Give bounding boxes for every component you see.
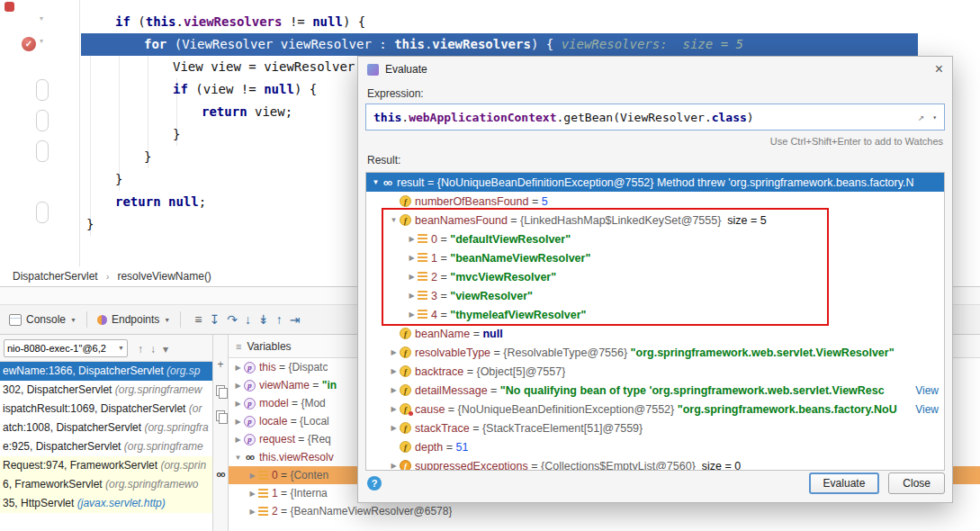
console-icon xyxy=(9,314,22,326)
frame-row[interactable]: 6, FrameworkServlet (org.springframewo xyxy=(0,475,212,494)
tab-endpoints[interactable]: Endpoints ▼ xyxy=(97,313,170,326)
result-tree-row[interactable]: fdepth = 51 xyxy=(366,437,944,456)
expand-editor-icon[interactable]: ↗ xyxy=(918,111,924,123)
watches-icon[interactable]: oo xyxy=(213,470,228,479)
frame-row[interactable]: Request:974, FrameworkServlet (org.sprin xyxy=(0,456,212,475)
chevron-right-icon[interactable]: ▶ xyxy=(232,436,244,444)
view-link[interactable]: View xyxy=(915,403,944,416)
dialog-footer: ? Evaluate Close xyxy=(367,472,945,495)
chevron-down-icon[interactable]: ▼ xyxy=(232,454,244,462)
add-watch-icon[interactable]: + xyxy=(213,358,228,371)
result-tree-row[interactable]: ▶fcause = {NoUniqueBeanDefinitionExcepti… xyxy=(366,400,944,418)
tab-console[interactable]: Console ▼ xyxy=(9,313,76,326)
fold-handle[interactable] xyxy=(36,110,49,131)
chevron-right-icon[interactable]: ▶ xyxy=(247,490,258,498)
evaluate-dialog-icon xyxy=(367,64,379,76)
result-label: Result: xyxy=(367,154,400,166)
step-into-icon[interactable]: ↓ xyxy=(245,312,251,327)
show-execution-point-icon[interactable]: ↧ xyxy=(209,312,220,327)
chevron-right-icon[interactable]: ▶ xyxy=(388,367,400,375)
chevron-down-icon[interactable]: ▾ xyxy=(932,113,937,122)
force-step-into-icon[interactable]: ↡ xyxy=(258,312,269,327)
result-tree-row[interactable]: ▶fsuppressedExceptions = {Collections$Em… xyxy=(366,456,944,471)
frame-row[interactable]: ispatchResult:1069, DispatcherServlet (o… xyxy=(0,400,212,418)
expression-input[interactable]: this.webApplicationContext.getBean(ViewR… xyxy=(365,104,945,130)
frame-row[interactable]: 35, HttpServlet (javax.servlet.http) xyxy=(0,494,212,513)
watch-icon: oo xyxy=(244,452,256,464)
chevron-down-icon[interactable]: ▼ xyxy=(370,178,382,186)
breadcrumb-separator-icon: › xyxy=(106,271,110,282)
chevron-right-icon[interactable]: ▶ xyxy=(388,348,400,356)
thread-dropdown[interactable]: nio-8080-exec-1"@6,2 ▼ xyxy=(4,339,128,357)
fold-handle[interactable] xyxy=(36,202,49,223)
frames-nav-icons: ↑↓▾ xyxy=(134,340,172,356)
toolbar-separator xyxy=(86,311,87,328)
chevron-right-icon[interactable]: ▶ xyxy=(232,418,244,426)
previous-frame-icon[interactable]: ↑ xyxy=(138,343,143,356)
breakpoint-icon[interactable]: ✓ xyxy=(22,37,36,51)
chevron-right-icon[interactable]: ▶ xyxy=(388,424,400,432)
fold-handle[interactable] xyxy=(36,140,49,162)
variables-side-toolbar: +oo xyxy=(213,335,229,531)
parameter-icon: p xyxy=(244,434,256,446)
close-icon[interactable]: × xyxy=(935,62,943,76)
exception-field-icon: f xyxy=(400,403,411,415)
filter-frames-icon[interactable]: ▾ xyxy=(163,343,168,356)
array-element-icon xyxy=(258,471,268,481)
fold-arrow-icon[interactable]: ▾ xyxy=(40,37,43,45)
chevron-right-icon[interactable]: ▶ xyxy=(388,386,400,394)
step-over-icon[interactable]: ↷ xyxy=(227,312,238,327)
chevron-right-icon[interactable]: ▶ xyxy=(232,364,244,372)
chevron-right-icon[interactable]: ▶ xyxy=(232,400,244,408)
help-icon[interactable]: ? xyxy=(367,476,382,490)
frames-list: ewName:1366, DispatcherServlet (org.sp30… xyxy=(0,362,212,513)
variables-title: Variables xyxy=(247,340,291,353)
field-icon: f xyxy=(400,346,411,358)
result-tree-row[interactable]: fbeanName = null xyxy=(366,324,944,343)
run-to-cursor-icon[interactable]: ⇥ xyxy=(290,312,301,327)
annotation-highlight-box xyxy=(382,208,829,326)
close-button[interactable]: Close xyxy=(888,472,945,494)
tab-endpoints-label: Endpoints xyxy=(112,313,159,326)
fold-arrow-icon[interactable]: ▾ xyxy=(40,14,43,22)
expression-value: this.webApplicationContext.getBean(ViewR… xyxy=(373,111,918,124)
chevron-right-icon[interactable]: ▶ xyxy=(247,508,258,516)
expression-label: Expression: xyxy=(367,87,424,100)
toolbar-separator xyxy=(180,311,181,328)
debug-step-buttons: ≡↧↷↓↡↑⇥ xyxy=(191,312,303,327)
fold-handle[interactable] xyxy=(36,79,49,101)
evaluate-button[interactable]: Evaluate xyxy=(809,472,880,494)
breadcrumb-item-method[interactable]: resolveViewName() xyxy=(117,270,211,283)
dialog-titlebar[interactable]: Evaluate × xyxy=(358,57,952,82)
result-tree-row[interactable]: ▶fresolvableType = {ResolvableType@7556}… xyxy=(366,343,944,362)
frame-row[interactable]: 302, DispatcherServlet (org.springframew xyxy=(0,381,212,400)
list-icon: ≡ xyxy=(236,341,241,352)
copy-icon[interactable] xyxy=(213,383,228,396)
thread-dropdown-value: nio-8080-exec-1"@6,2 xyxy=(7,343,106,354)
watch-icon: oo xyxy=(382,176,393,188)
layout-settings-icon[interactable]: ≡ xyxy=(194,312,202,327)
dialog-title: Evaluate xyxy=(385,63,427,76)
parameter-icon: p xyxy=(244,380,256,392)
result-tree-row[interactable]: ▶fdetailMessage = "No qualifying bean of… xyxy=(366,381,944,400)
chevron-right-icon[interactable]: ▶ xyxy=(388,405,400,413)
chevron-right-icon[interactable]: ▶ xyxy=(388,462,400,470)
chevron-right-icon[interactable]: ▶ xyxy=(232,382,244,390)
result-tree-row[interactable]: ▼ooresult = {NoUniqueBeanDefinitionExcep… xyxy=(366,173,944,192)
next-frame-icon[interactable]: ↓ xyxy=(150,343,156,356)
parameter-icon: p xyxy=(244,398,256,410)
step-out-icon[interactable]: ↑ xyxy=(276,312,283,327)
view-link[interactable]: View xyxy=(915,384,944,397)
frame-row[interactable]: e:925, DispatcherServlet (org.springfram… xyxy=(0,437,212,456)
chevron-right-icon[interactable]: ▶ xyxy=(247,472,258,480)
result-tree-row[interactable]: ▶fstackTrace = {StackTraceElement[51]@75… xyxy=(366,418,944,437)
copy-value-icon[interactable] xyxy=(213,409,228,421)
frame-row[interactable]: atch:1008, DispatcherServlet (org.spring… xyxy=(0,418,212,437)
frame-row[interactable]: ewName:1366, DispatcherServlet (org.sp xyxy=(0,362,212,381)
breadcrumb-item-class[interactable]: DispatcherServlet xyxy=(13,270,98,283)
code-line: if (this.viewResolvers != null) { xyxy=(81,11,918,33)
endpoints-icon xyxy=(97,315,107,325)
result-tree-row[interactable]: ▶fbacktrace = {Object[5]@7557} xyxy=(366,362,944,381)
parameter-icon: p xyxy=(244,362,256,374)
variable-row[interactable]: ▶2 = {BeanNameViewResolver@6578} xyxy=(229,502,980,520)
